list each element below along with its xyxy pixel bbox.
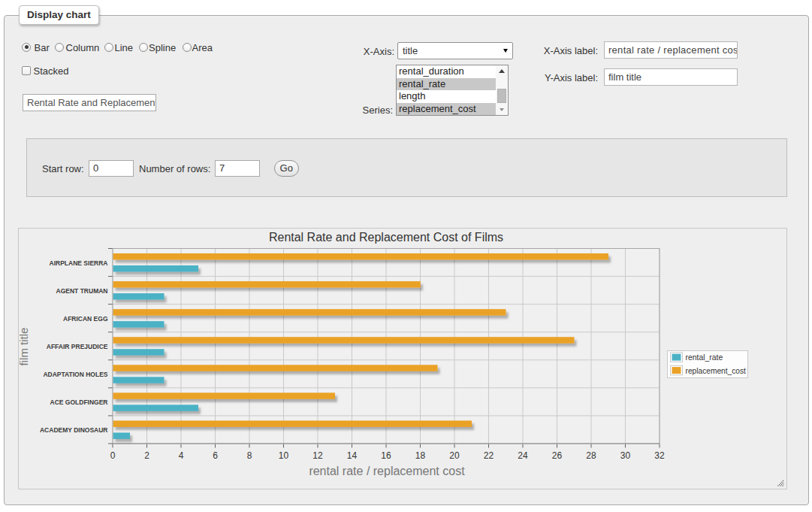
svg-text:rental_rate: rental_rate bbox=[686, 353, 723, 362]
svg-text:8: 8 bbox=[247, 450, 252, 461]
svg-text:AIRPLANE SIERRA: AIRPLANE SIERRA bbox=[50, 259, 108, 267]
svg-text:32: 32 bbox=[654, 450, 665, 461]
svg-text:4: 4 bbox=[179, 450, 184, 461]
svg-text:ACADEMY DINOSAUR: ACADEMY DINOSAUR bbox=[40, 426, 108, 434]
svg-text:film title: film title bbox=[19, 328, 30, 366]
svg-text:10: 10 bbox=[279, 450, 289, 461]
svg-text:26: 26 bbox=[552, 450, 563, 461]
svg-text:16: 16 bbox=[381, 450, 391, 461]
svg-text:30: 30 bbox=[620, 450, 631, 461]
svg-text:18: 18 bbox=[415, 450, 426, 461]
svg-text:12: 12 bbox=[312, 450, 323, 461]
svg-text:replacement_cost: replacement_cost bbox=[686, 367, 747, 375]
svg-text:24: 24 bbox=[518, 450, 528, 461]
svg-text:22: 22 bbox=[484, 450, 494, 461]
svg-text:ACE GOLDFINGER: ACE GOLDFINGER bbox=[50, 398, 108, 406]
svg-text:14: 14 bbox=[347, 450, 358, 461]
svg-text:20: 20 bbox=[449, 450, 460, 461]
svg-text:2: 2 bbox=[144, 450, 149, 461]
svg-text:ADAPTATION HOLES: ADAPTATION HOLES bbox=[43, 371, 107, 378]
svg-text:AFFAIR PREJUDICE: AFFAIR PREJUDICE bbox=[47, 343, 108, 350]
svg-text:AGENT TRUMAN: AGENT TRUMAN bbox=[56, 287, 108, 295]
svg-text:28: 28 bbox=[586, 450, 596, 461]
svg-text:6: 6 bbox=[213, 450, 218, 461]
svg-text:rental rate / replacement cost: rental rate / replacement cost bbox=[309, 465, 465, 477]
svg-text:AFRICAN EGG: AFRICAN EGG bbox=[63, 315, 108, 323]
svg-text:0: 0 bbox=[110, 450, 116, 461]
svg-text:Rental Rate and Replacement Co: Rental Rate and Replacement Cost of Film… bbox=[269, 231, 503, 244]
